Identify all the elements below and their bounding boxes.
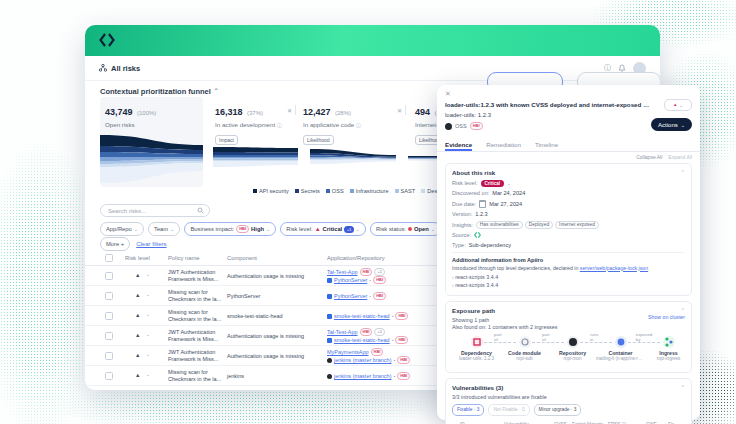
close-icon[interactable]: ✕ xyxy=(445,90,451,98)
funnel-band xyxy=(213,155,298,157)
row-checkbox[interactable] xyxy=(105,272,113,280)
chevron-down-icon[interactable]: ⌄ xyxy=(146,271,150,277)
application-repo-cell: MyPaymentsAppHBIjenkins (master branch)-… xyxy=(327,348,442,364)
remove-stage-icon[interactable]: ✕ xyxy=(287,107,292,114)
application-line: Tal-Test-AppHBI+1 xyxy=(327,328,442,336)
actions-button[interactable]: Actions ⌄ xyxy=(651,118,692,131)
chevron-down-icon[interactable]: ⌄ xyxy=(146,371,150,377)
repository-link[interactable]: smoke-test-static-head xyxy=(334,337,390,344)
application-line: Tal-Test-AppHBI+1 xyxy=(327,268,442,276)
repository-link[interactable]: PythonServer xyxy=(334,293,367,300)
chevron-down-icon: ⌄ xyxy=(431,226,435,232)
chevron-down-icon: ⌄ xyxy=(679,103,683,108)
filter-more[interactable]: More + xyxy=(100,237,130,251)
critical-badge: Critical xyxy=(481,180,505,187)
search-input[interactable] xyxy=(106,207,195,215)
vuln-filter-chips: Fixable · 3Not Fixable · 0Minor upgrade … xyxy=(452,404,685,416)
chevron-down-icon[interactable]: ⌄ xyxy=(146,311,150,317)
funnel-band xyxy=(213,160,298,161)
remove-stage-icon[interactable]: ✕ xyxy=(397,107,402,114)
hbi-badge: HBI xyxy=(373,292,386,300)
row-checkbox[interactable] xyxy=(105,292,113,300)
repository-link[interactable]: jenkins (master branch) xyxy=(334,373,391,380)
select-all-checkbox[interactable] xyxy=(105,254,113,262)
funnel-stage-open[interactable]: 43,749 (100%) Open risks xyxy=(105,101,156,128)
edge-label: exposed by xyxy=(634,332,655,342)
dash: - xyxy=(369,293,371,300)
collapse-chevron-icon: ⌃ xyxy=(213,87,219,96)
tab-timeline[interactable]: Timeline xyxy=(535,137,558,151)
component-cell: Authentication usage is missing xyxy=(227,273,322,280)
collapse-chevron-icon[interactable]: ⌃ xyxy=(681,169,685,175)
policy-name-cell: JWT Authentication Framework is Miss... xyxy=(168,269,222,282)
application-link[interactable]: Tal-Test-App xyxy=(327,269,358,276)
application-link[interactable]: Tal-Test-App xyxy=(327,329,358,336)
row-checkbox[interactable] xyxy=(105,352,113,360)
risk-level-critical-icon: ▲ xyxy=(135,332,140,339)
component-cell: jenkins xyxy=(227,373,322,380)
policy-name-cell: Missing scan for Checkmarx in the la... xyxy=(168,309,222,322)
risk-level-critical-icon: ▲ xyxy=(135,272,140,279)
funnel-band xyxy=(213,159,298,161)
chevron-down-icon[interactable]: ⌄ xyxy=(146,351,150,357)
filter-app-repo[interactable]: App/Repo ⌄ xyxy=(100,222,144,236)
row-checkbox[interactable] xyxy=(105,332,113,340)
collapse-all-link[interactable]: Collapse All xyxy=(636,154,662,160)
search-box[interactable] xyxy=(100,204,210,217)
dependency-expander[interactable]: › react-scripts 3.4.4 xyxy=(452,274,685,280)
azure-devops-icon xyxy=(327,338,332,343)
filter-risk-level[interactable]: Risk level: ▲ Critical +1 ⌄ xyxy=(280,222,366,236)
filter-team[interactable]: Team ⌄ xyxy=(148,222,180,236)
application-link[interactable]: MyPaymentsApp xyxy=(327,349,369,356)
tab-remediation[interactable]: Remediation xyxy=(486,137,521,151)
dash: - xyxy=(392,313,394,320)
vuln-chip[interactable]: Minor upgrade · 3 xyxy=(534,404,582,416)
collapse-chevron-icon[interactable]: ⌃ xyxy=(681,384,685,390)
component-cell: Authentication usage is missing xyxy=(227,353,322,360)
node-sub: mpi-sub xyxy=(500,356,549,361)
repository-link[interactable]: PythonServer xyxy=(334,277,367,284)
chevron-down-icon[interactable]: ⌄ xyxy=(507,181,511,186)
expand-all-link[interactable]: Expand All xyxy=(668,154,692,160)
insight-pill: Has vulnerabilities xyxy=(476,221,523,229)
hbi-badge: HBI xyxy=(395,312,408,320)
exposure-edge: runs in xyxy=(580,342,612,343)
chevron-down-icon[interactable]: ⌄ xyxy=(146,331,150,337)
chevron-down-icon[interactable]: ⌄ xyxy=(146,291,150,297)
dash: - xyxy=(393,373,395,380)
tab-evidence[interactable]: Evidence xyxy=(445,137,472,151)
repository-line: jenkins (master branch)-HBI xyxy=(327,372,442,380)
risk-level-critical-icon: ▲ xyxy=(135,292,140,299)
legend-item: OSS xyxy=(326,188,344,194)
vuln-chip[interactable]: Not Fixable · 0 xyxy=(488,404,529,416)
row-checkbox[interactable] xyxy=(105,372,113,380)
clear-filters-link[interactable]: Clear filters xyxy=(136,241,166,247)
funnel-band xyxy=(213,161,298,167)
row-checkbox[interactable] xyxy=(105,312,113,320)
risk-level-pill[interactable]: ▲ ⌄ xyxy=(664,99,692,111)
dependency-icon xyxy=(471,336,483,348)
show-on-cluster-link[interactable]: Show on cluster xyxy=(648,314,685,320)
repository-link[interactable]: smoke-test-static-head xyxy=(334,313,390,320)
policy-name-cell: Missing scan for Checkmarx in the la... xyxy=(168,289,222,302)
filter-risk-status[interactable]: Risk status: Open ⌄ xyxy=(370,222,441,236)
package-lock-link[interactable]: server/web/package-lock.json xyxy=(580,265,648,271)
github-icon xyxy=(327,358,332,363)
vuln-chip[interactable]: Fixable · 3 xyxy=(452,404,484,416)
legend-item: API security xyxy=(253,188,289,194)
collapse-chevron-icon[interactable]: ⌃ xyxy=(681,307,685,313)
critical-triangle-icon: ▲ xyxy=(315,226,321,232)
repository-link[interactable]: jenkins (master branch) xyxy=(334,357,391,364)
bell-icon[interactable] xyxy=(618,64,626,72)
open-status-dot xyxy=(408,227,412,231)
ingress-icon xyxy=(663,336,675,348)
plus-count-badge: +1 xyxy=(344,226,354,233)
filter-business-impact[interactable]: Business impact: HBI High ⌄ xyxy=(184,222,276,236)
legend-label: API security xyxy=(259,188,289,194)
funnel-section-title[interactable]: Contextual prioritization funnel ⌃ xyxy=(100,87,219,96)
nav-all-risks[interactable]: All risks xyxy=(99,64,140,73)
vulnerabilities-card: Vulnerabilities (3) ⌃ 3/3 introduced vul… xyxy=(445,378,692,424)
info-icon: ⓘ xyxy=(356,122,361,128)
dependency-expander[interactable]: › react-scripts 3.4.4 xyxy=(452,282,685,288)
funnel-band xyxy=(213,147,298,153)
